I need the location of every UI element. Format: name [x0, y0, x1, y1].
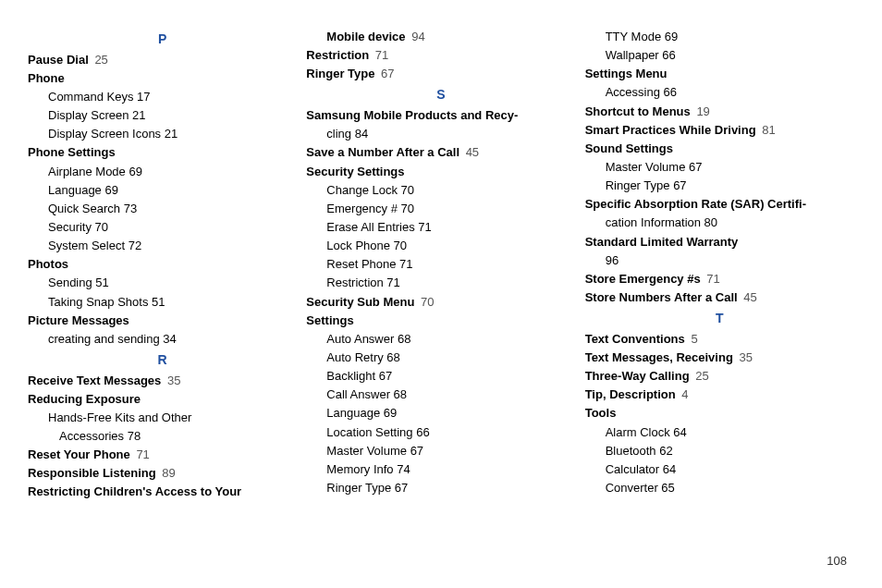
index-page-ref: 67: [685, 160, 702, 174]
index-page-ref: 25: [92, 53, 108, 67]
index-column-3: TTY Mode 69Wallpaper 66Settings MenuAcce…: [585, 28, 854, 502]
index-page-ref: 69: [380, 406, 397, 420]
index-page-ref: 71: [415, 220, 432, 234]
index-subentry: Language 69: [28, 181, 297, 200]
index-entry-title: Security Settings: [306, 165, 404, 178]
index-page-ref: 34: [160, 332, 177, 346]
index-page-ref: 89: [159, 466, 176, 480]
index-entry: Sound Settings: [585, 140, 854, 158]
index-subentry: creating and sending 34: [28, 330, 297, 349]
index-entry: Store Numbers After a Call 45: [585, 288, 854, 307]
index-entry-title: Pause Dial: [28, 53, 89, 67]
index-entry: Text Messages, Receiving 35: [585, 349, 854, 367]
index-page-ref: 25: [692, 369, 709, 383]
index-entry-title: Shortcut to Menus: [585, 104, 691, 118]
index-page-ref: 70: [398, 183, 414, 197]
index-entry-title: Settings: [306, 313, 353, 327]
index-entry: Photos: [28, 255, 297, 274]
index-entry: Three-Way Calling 25: [585, 367, 854, 386]
index-subentry: Quick Search 73: [28, 200, 297, 218]
index-page-ref: 81: [759, 123, 776, 137]
index-subentry: Wallpaper 66: [585, 46, 854, 65]
index-subentry: Emergency # 70: [306, 200, 575, 218]
index-entry: Pause Dial 25: [28, 51, 297, 69]
index-entry: Ringer Type 67: [306, 65, 575, 83]
index-page-ref: 68: [384, 350, 400, 364]
index-entry: Store Emergency #s 71: [585, 270, 854, 288]
index-entry-title: Sound Settings: [585, 141, 673, 155]
index-letter-r: R: [28, 350, 297, 371]
index-entry: Save a Number After a Call 45: [306, 143, 575, 162]
index-entry-title: Save a Number After a Call: [306, 145, 459, 159]
index-subentry: Auto Retry 68: [306, 349, 575, 367]
index-entry: Restricting Children's Access to Your: [28, 483, 297, 501]
index-entry: Settings: [306, 312, 575, 330]
index-page-ref: 70: [398, 202, 414, 215]
index-entry: Standard Limited Warranty: [585, 233, 854, 251]
index-page-ref: 73: [120, 202, 137, 215]
index-entry: Specific Absorption Rate (SAR) Certifi-: [585, 195, 854, 214]
index-page-ref: 17: [133, 90, 150, 104]
index-page-ref: 84: [351, 127, 368, 141]
index-page-ref: 68: [390, 387, 407, 401]
index-page-ref: 62: [656, 444, 673, 458]
index-subentry: Master Volume 67: [306, 442, 575, 460]
index-page-ref: 71: [384, 276, 400, 289]
index-entry: Settings Menu: [585, 65, 854, 83]
index-subentry: Backlight 67: [306, 367, 575, 386]
index-entry-title: Mobile device: [326, 30, 405, 43]
index-subentry: Sending 51: [28, 274, 297, 292]
index-subentry: Call Answer 68: [306, 386, 575, 404]
index-subentry: Memory Info 74: [306, 460, 575, 479]
index-page-ref: 45: [462, 145, 479, 159]
index-page-ref: 69: [661, 30, 678, 43]
index-page-ref: 71: [133, 447, 150, 461]
index-page-ref: 21: [129, 108, 145, 122]
index-page-ref: 69: [102, 183, 118, 197]
index-subentry: Command Keys 17: [28, 88, 297, 106]
index-entry-title: Store Numbers After a Call: [585, 290, 738, 304]
index-page-ref: 66: [660, 85, 677, 99]
index-subentry: Hands-Free Kits and Other: [28, 409, 297, 427]
index-entry: Mobile device 94: [306, 28, 575, 46]
index-page-ref: 74: [394, 462, 410, 476]
index-subentry: Bluetooth 62: [585, 442, 854, 460]
index-entry: Tip, Description 4: [585, 386, 854, 404]
index-entry-title: Reset Your Phone: [28, 447, 130, 461]
index-entry: Security Sub Menu 70: [306, 293, 575, 312]
index-entry-title: Standard Limited Warranty: [585, 235, 739, 249]
index-column-2: Mobile device 94Restriction 71Ringer Typ…: [306, 28, 575, 502]
index-subentry: Erase All Entries 71: [306, 218, 575, 237]
index-page-ref: 70: [92, 220, 108, 234]
index-page-ref: 80: [701, 215, 717, 229]
index-entry: Reducing Exposure: [28, 390, 297, 409]
index-page-ref: 78: [124, 429, 141, 443]
index-page-ref: 72: [125, 239, 141, 252]
index-entry-title: Restriction: [306, 48, 369, 62]
index-entry: Shortcut to Menus 19: [585, 103, 854, 121]
index-subentry: Security 70: [28, 218, 297, 237]
index-letter-s: S: [306, 85, 575, 105]
index-page-ref: 35: [736, 350, 753, 364]
index-entry-title: Text Messages, Receiving: [585, 350, 733, 364]
index-page-ref: 71: [704, 272, 720, 286]
index-page-ref: 70: [390, 239, 407, 252]
index-entry: Samsung Mobile Products and Recy-: [306, 106, 575, 125]
index-page-ref: 68: [394, 332, 410, 346]
index-column-1: PPause Dial 25PhoneCommand Keys 17Displa…: [28, 28, 297, 502]
index-entry: Reset Your Phone 71: [28, 446, 297, 464]
index-entry: Smart Practices While Driving 81: [585, 121, 854, 140]
index-entry-title: Smart Practices While Driving: [585, 123, 756, 137]
index-subentry: Calculator 64: [585, 460, 854, 479]
index-entry-title: Text Conventions: [585, 332, 685, 346]
index-page-ref: 67: [670, 178, 687, 192]
index-entry-cont: 96: [585, 251, 854, 270]
index-page-ref: 19: [693, 104, 710, 118]
index-subentry: Taking Snap Shots 51: [28, 293, 297, 312]
index-page-ref: 64: [659, 462, 676, 476]
index-subentry: Master Volume 67: [585, 158, 854, 177]
index-subentry-cont: Accessories 78: [28, 427, 297, 446]
index-entry-title: Tip, Description: [585, 387, 676, 401]
index-columns: PPause Dial 25PhoneCommand Keys 17Displa…: [28, 28, 854, 502]
index-entry-title: Phone: [28, 71, 65, 85]
